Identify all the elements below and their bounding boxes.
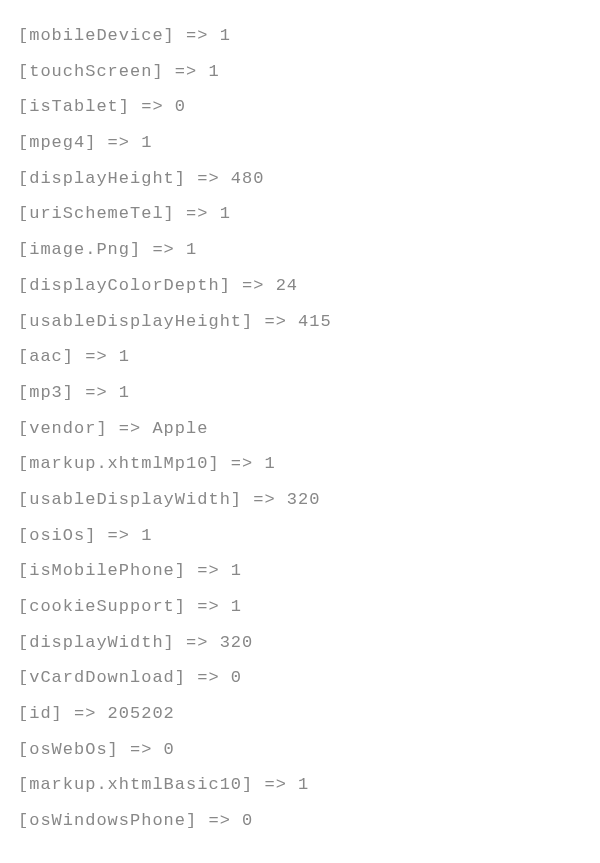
property-line: [isMobilePhone] => 1 xyxy=(18,553,582,589)
property-line: [osWindowsPhone] => 0 xyxy=(18,803,582,839)
property-line: [usableDisplayHeight] => 415 xyxy=(18,304,582,340)
property-line: [displayWidth] => 320 xyxy=(18,625,582,661)
property-line: [usableDisplayWidth] => 320 xyxy=(18,482,582,518)
property-line: [aac] => 1 xyxy=(18,339,582,375)
property-line: [isTablet] => 0 xyxy=(18,89,582,125)
property-line: [cookieSupport] => 1 xyxy=(18,589,582,625)
property-line: [mp3] => 1 xyxy=(18,375,582,411)
property-line: [displayColorDepth] => 24 xyxy=(18,268,582,304)
property-line: [vCardDownload] => 0 xyxy=(18,660,582,696)
property-line: [vendor] => Apple xyxy=(18,411,582,447)
code-dump: [mobileDevice] => 1 [touchScreen] => 1 [… xyxy=(18,18,582,839)
property-line: [markup.xhtmlMp10] => 1 xyxy=(18,446,582,482)
property-line: [id] => 205202 xyxy=(18,696,582,732)
property-line: [touchScreen] => 1 xyxy=(18,54,582,90)
property-line: [mobileDevice] => 1 xyxy=(18,18,582,54)
property-line: [displayHeight] => 480 xyxy=(18,161,582,197)
property-line: [uriSchemeTel] => 1 xyxy=(18,196,582,232)
property-line: [mpeg4] => 1 xyxy=(18,125,582,161)
property-line: [osWebOs] => 0 xyxy=(18,732,582,768)
property-line: [image.Png] => 1 xyxy=(18,232,582,268)
property-line: [markup.xhtmlBasic10] => 1 xyxy=(18,767,582,803)
property-line: [osiOs] => 1 xyxy=(18,518,582,554)
